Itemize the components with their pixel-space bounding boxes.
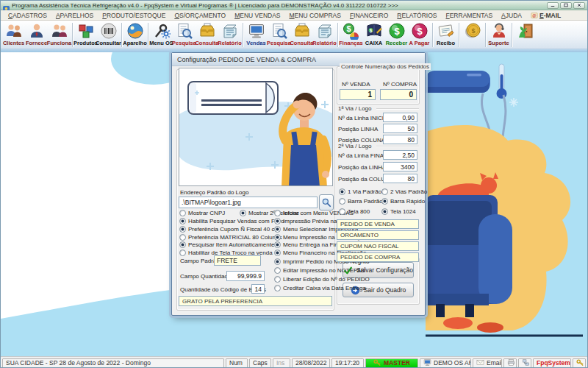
- toolbar-button-recibo[interactable]: Recibo: [434, 21, 457, 49]
- toolbar-separator: [485, 23, 486, 47]
- toolbar-button-coin[interactable]: $: [461, 21, 484, 49]
- via2-row-input[interactable]: [383, 174, 417, 183]
- campo-quantidade-input[interactable]: [226, 271, 265, 281]
- option-menu-financeiro-na-finaliza-o-radio[interactable]: [274, 250, 281, 256]
- campo-padrao-input[interactable]: [214, 255, 261, 266]
- monitor-icon: [423, 358, 431, 368]
- toolbar: ClientesForneceFuncionaProdutosConsultar…: [1, 21, 587, 49]
- toolbar-button-relat-rio[interactable]: Relatório: [313, 21, 336, 49]
- toolbar-button-a-pagar[interactable]: $A Pagar: [408, 21, 431, 49]
- menu-item-e-mail[interactable]: @E-MAIL: [526, 10, 565, 20]
- toolbar-button-funciona[interactable]: Funciona: [48, 21, 71, 49]
- toolbar-button-label: Relatório: [312, 40, 337, 46]
- via2-row-input[interactable]: [383, 162, 417, 171]
- option-menu-entrega-na-finaliza-o-radio[interactable]: [274, 241, 281, 248]
- menu-item-os-or-amento[interactable]: OS/ORÇAMENTO: [170, 10, 230, 20]
- menu-item-financeiro[interactable]: FINANCEIRO: [345, 10, 392, 20]
- option-menu-impress-o-na-finaliza-o-radio[interactable]: [274, 234, 281, 241]
- toolbar-separator: [512, 23, 512, 47]
- statusbar: SUA CIDADE - SP 28 de Agosto de 2022 - D…: [1, 356, 587, 368]
- toolbar-button-vendas[interactable]: Vendas: [245, 21, 268, 49]
- toolbar-button-menu-os[interactable]: Menu OS: [150, 21, 173, 49]
- option-mostrar-cnpj-radio[interactable]: [179, 210, 186, 216]
- status-printer-small[interactable]: [503, 358, 517, 368]
- numbering-title: Controle Numeração dos Pedidos: [340, 63, 431, 70]
- menu-item-ferramentas[interactable]: FERRAMENTAS: [442, 10, 498, 20]
- status-network-small[interactable]: [518, 358, 531, 368]
- option-habilita-pesquisar-vendas-com-filtro-radio[interactable]: [179, 218, 186, 224]
- maximize-button[interactable]: [560, 2, 572, 9]
- via1-row-input[interactable]: [383, 135, 417, 144]
- option-prefer-ncia-cupom-fiscal-40-col: Preferência Cupom Ñ Fiscal 40 col: [179, 226, 279, 233]
- toolbar-button-relat-rio[interactable]: Relatório: [218, 21, 241, 49]
- toolbar-button-pesquisa[interactable]: Pesquisa: [173, 21, 196, 49]
- doc-title-pedido-de-venda[interactable]: PEDIDO DE VENDA: [337, 219, 419, 229]
- toolbar-button-receber[interactable]: $Receber: [385, 21, 408, 49]
- menu-item-aparelhos[interactable]: APARELHOS: [51, 10, 98, 20]
- close-button[interactable]: [573, 2, 585, 9]
- minimize-button[interactable]: [547, 2, 559, 9]
- qtd-codigo-barras-input[interactable]: [251, 284, 265, 294]
- toolbar-button-finan-as[interactable]: $Finanças: [340, 21, 362, 49]
- support-person-icon: [490, 22, 508, 40]
- menu-item-ajuda[interactable]: AJUDA: [497, 10, 526, 20]
- menu-item-produto-estoque[interactable]: PRODUTO/ESTOQUE: [98, 10, 170, 20]
- mode-1-via-padr-o-radio[interactable]: [339, 188, 345, 195]
- logo-search-button[interactable]: [319, 194, 334, 210]
- mode-tela-1024-radio[interactable]: [381, 208, 388, 215]
- menu-item-menu-vendas[interactable]: MENU VENDAS: [230, 10, 284, 20]
- key-icon: [576, 358, 584, 368]
- option-iniciar-com-menu-vendas-radio[interactable]: [274, 210, 281, 216]
- doc-title-cupom-nao-fiscal[interactable]: CUPOM NAO FISCAL: [337, 241, 419, 251]
- toolbar-button-consulta[interactable]: Consulta: [196, 21, 218, 49]
- mode-barra-padr-o-radio[interactable]: [339, 198, 345, 205]
- option-impress-o-pr-via-na-tela-radio[interactable]: [274, 218, 281, 224]
- menu-item-menu-compras[interactable]: MENU COMPRAS: [285, 10, 345, 20]
- mode-barra-padr-o: Barra Padrão: [339, 198, 383, 205]
- toolbar-button-produtos[interactable]: Produtos: [74, 21, 97, 49]
- status-key[interactable]: [573, 358, 586, 368]
- toolbar-button-pesquisa[interactable]: Pesquisa: [268, 21, 290, 49]
- toolbar-button-label: Fornece: [26, 40, 47, 46]
- option-mostrar-2-telefone-radio[interactable]: [240, 210, 246, 216]
- menu-item-relat-rios[interactable]: RELATÓRIOS: [392, 10, 441, 20]
- toolbar-button-consulta[interactable]: Consulta: [290, 21, 313, 49]
- toolbar-separator: [72, 23, 73, 47]
- option-habilitar-de-tela-troco-na-venda-radio[interactable]: [179, 250, 186, 256]
- option-imprimir-pedido-no-modo-negrito-radio[interactable]: [274, 258, 281, 265]
- mode-barra-r-pido-radio[interactable]: [381, 198, 388, 205]
- option-pesquisar-item-automaticamente-radio[interactable]: [179, 241, 186, 248]
- via1-row-input[interactable]: [383, 124, 417, 133]
- option-mostrar-cnpj: Mostrar CNPJ: [179, 210, 225, 216]
- toolbar-button-aparelho[interactable]: Aparelho: [123, 21, 146, 49]
- option-prefer-ncia-matricial-80-colunas-radio[interactable]: [179, 234, 186, 241]
- mode-tela-800-radio[interactable]: [339, 208, 345, 215]
- option-menu-selecionar-impressora-radio[interactable]: [274, 226, 281, 233]
- device-photo-icon: [126, 22, 144, 40]
- option-creditar-caixa-via-data-entrega-radio[interactable]: [274, 285, 281, 291]
- footer-message-field[interactable]: GRATO PELA PREFERENCIA: [179, 296, 332, 306]
- option-liberar-edi-o-do-n-do-pedido-radio[interactable]: [274, 276, 281, 283]
- option-prefer-ncia-cupom-fiscal-40-col-radio[interactable]: [179, 226, 186, 233]
- doc-title-orcamento[interactable]: ORCAMENTO: [337, 230, 419, 240]
- toolbar-button-label: Consulta: [290, 40, 313, 46]
- toolbar-button-clientes[interactable]: Clientes: [2, 21, 25, 49]
- menu-item-cadastros[interactable]: CADASTROS: [4, 10, 51, 20]
- cash-book-icon: $: [365, 22, 383, 40]
- compra-label: Nº COMPRA: [383, 81, 417, 88]
- logo-path-input[interactable]: [179, 197, 318, 208]
- toolbar-button-caixa[interactable]: $CAIXA: [362, 21, 385, 49]
- mode-2-vias-padr-o-radio[interactable]: [381, 188, 388, 195]
- toolbar-button-exit-door[interactable]: [514, 21, 537, 49]
- status-ins: Ins: [273, 358, 290, 368]
- status-19-17-20: 19:17:20: [331, 358, 364, 368]
- toolbar-button-fornece[interactable]: Fornece: [25, 21, 48, 49]
- toolbar-button-consultar[interactable]: Consultar: [97, 21, 120, 49]
- mode-1-via-padr-o: 1 Via Padrão: [339, 188, 381, 195]
- toolbar-button-suporte[interactable]: Suporte: [487, 21, 510, 49]
- option-editar-impress-o-no-notepad-radio[interactable]: [274, 267, 281, 274]
- drawer-search-icon: [293, 22, 311, 40]
- via1-row-input[interactable]: [383, 113, 417, 122]
- via2-row-input[interactable]: [383, 150, 417, 160]
- doc-title-pedido-de-compra[interactable]: PEDIDO DE COMPRA: [337, 252, 419, 262]
